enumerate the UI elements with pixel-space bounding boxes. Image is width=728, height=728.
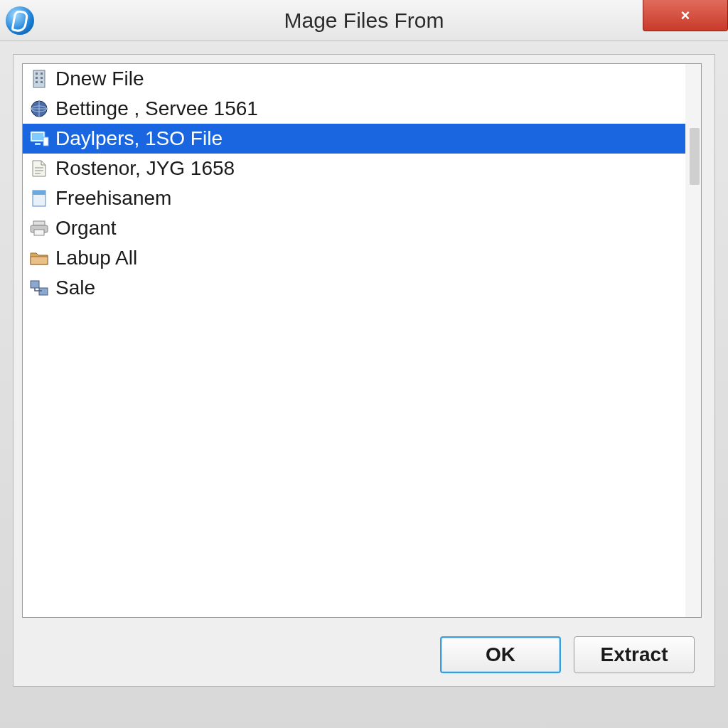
app-icon xyxy=(6,6,34,35)
list-item-label: Rostenor, JYG 1658 xyxy=(55,157,235,180)
ok-button[interactable]: OK xyxy=(440,636,561,673)
list-item-label: Freehisanem xyxy=(55,187,171,210)
svg-rect-17 xyxy=(34,230,44,235)
list-item-label: Organt xyxy=(55,217,117,240)
button-row: OK Extract xyxy=(440,636,695,673)
list-item-label: Sale xyxy=(55,277,95,299)
scrollbar[interactable] xyxy=(685,64,701,617)
dialog-body: Dnew File Bettinge , Servee 1561 Daylper… xyxy=(13,54,715,687)
folder-icon xyxy=(28,247,50,269)
globe-icon xyxy=(28,98,50,119)
list-item-label: Bettinge , Servee 1561 xyxy=(55,97,258,120)
list-item-label: Labup All xyxy=(55,247,137,269)
printer-icon xyxy=(28,218,50,239)
list-item[interactable]: Organt xyxy=(23,213,701,243)
svg-rect-11 xyxy=(35,143,41,145)
svg-rect-1 xyxy=(36,73,38,75)
close-icon: × xyxy=(681,8,690,23)
svg-rect-3 xyxy=(36,77,38,79)
svg-rect-19 xyxy=(31,281,39,288)
list-item-label: Daylpers, 1SO File xyxy=(55,127,223,150)
svg-rect-18 xyxy=(31,257,48,264)
svg-rect-15 xyxy=(33,221,45,225)
extract-button[interactable]: Extract xyxy=(574,636,695,673)
close-button[interactable]: × xyxy=(643,0,728,31)
file-listbox[interactable]: Dnew File Bettinge , Servee 1561 Daylper… xyxy=(22,63,702,618)
svg-rect-6 xyxy=(41,81,43,83)
list-item[interactable]: Sale xyxy=(23,273,701,303)
network-icon xyxy=(28,277,50,299)
document-icon xyxy=(28,158,50,179)
svg-rect-20 xyxy=(39,288,48,295)
page-icon xyxy=(28,188,50,209)
svg-rect-5 xyxy=(36,81,38,83)
scrollbar-thumb[interactable] xyxy=(690,128,700,185)
svg-rect-10 xyxy=(32,133,43,140)
building-icon xyxy=(28,68,50,90)
list-item[interactable]: Rostenor, JYG 1658 xyxy=(23,154,701,183)
list-item[interactable]: Bettinge , Servee 1561 xyxy=(23,94,701,124)
titlebar: Mage Files From × xyxy=(0,0,728,41)
svg-rect-14 xyxy=(33,191,46,195)
list-item-label: Dnew File xyxy=(55,68,144,90)
svg-rect-12 xyxy=(43,137,48,146)
list-item[interactable]: Daylpers, 1SO File xyxy=(23,124,701,154)
window-title: Mage Files From xyxy=(284,9,444,33)
svg-rect-4 xyxy=(41,77,43,79)
svg-rect-0 xyxy=(33,70,45,87)
list-item[interactable]: Freehisanem xyxy=(23,183,701,213)
list-item[interactable]: Labup All xyxy=(23,243,701,273)
computer-icon xyxy=(28,128,50,149)
svg-rect-2 xyxy=(41,73,43,75)
list-item[interactable]: Dnew File xyxy=(23,64,701,94)
